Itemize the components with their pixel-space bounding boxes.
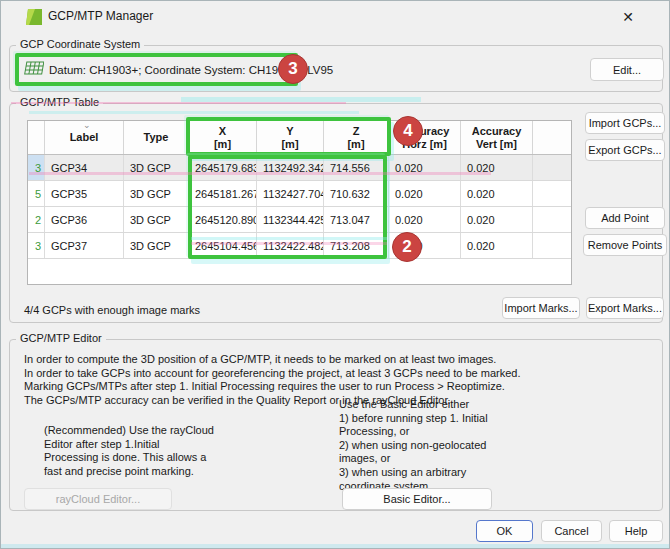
raycloud-description: (Recommended) Use the rayCloud Editor af… [44, 424, 216, 478]
table-row[interactable]: 3 GCP34 3D GCP 2645179.683 1132492.342 7… [28, 155, 571, 181]
marks-status-text: 4/4 GCPs with enough image marks [24, 304, 200, 316]
row-accuracy-horz-cell[interactable]: 0.020 [389, 155, 461, 180]
import-gcps-button[interactable]: Import GCPs... [585, 112, 665, 134]
row-accuracy-vert-cell[interactable]: 0.020 [461, 233, 533, 258]
close-icon[interactable]: ✕ [613, 5, 643, 29]
table-row[interactable]: 3 GCP37 3D GCP 2645104.456 1132422.482 7… [28, 233, 571, 259]
compression-artifact [181, 97, 421, 102]
row-z-cell[interactable]: 714.556 [324, 155, 389, 180]
gcp-mtp-manager-dialog: GCP/MTP Manager ✕ GCP Coordinate System … [0, 0, 670, 549]
raycloud-editor-button[interactable]: rayCloud Editor... [24, 488, 172, 510]
row-x-cell[interactable]: 2645120.890 [189, 207, 257, 232]
row-label-cell[interactable]: GCP35 [45, 181, 124, 206]
row-marks-count: 3 [28, 233, 45, 258]
export-gcps-button[interactable]: Export GCPs... [585, 139, 665, 161]
sort-indicator-icon[interactable]: ⌄ [83, 120, 91, 130]
table-row[interactable]: 2 GCP36 3D GCP 2645120.890 1132344.425 7… [28, 207, 571, 233]
header-filler [533, 121, 571, 154]
editor-info-line: In order to compute the 3D position of a… [24, 353, 521, 367]
title-bar: GCP/MTP Manager ✕ [1, 1, 669, 31]
row-marks-count: 2 [28, 207, 45, 232]
row-type-cell[interactable]: 3D GCP [124, 207, 189, 232]
help-button[interactable]: Help [609, 520, 663, 542]
row-x-cell[interactable]: 2645181.267 [189, 181, 257, 206]
basic-editor-description: Use the Basic Editor either 1) before ru… [339, 398, 517, 493]
row-type-cell[interactable]: 3D GCP [124, 233, 189, 258]
row-accuracy-vert-cell[interactable]: 0.020 [461, 207, 533, 232]
grid-icon [24, 61, 44, 76]
row-filler [533, 233, 571, 258]
header-y[interactable]: Y[m] [257, 121, 324, 154]
row-z-cell[interactable]: 713.208 [324, 233, 389, 258]
row-accuracy-vert-cell[interactable]: 0.020 [461, 181, 533, 206]
table-group-label: GCP/MTP Table [16, 96, 103, 108]
header-x[interactable]: X[m] [189, 121, 257, 154]
coordinate-system-group: GCP Coordinate System Datum: CH1903+; Co… [9, 45, 663, 92]
row-accuracy-horz-cell[interactable]: 0.020 [389, 181, 461, 206]
remove-points-button[interactable]: Remove Points [583, 234, 667, 256]
row-accuracy-horz-cell[interactable]: 0.020 [389, 207, 461, 232]
header-type[interactable]: Type [124, 121, 189, 154]
header-accuracy-vert[interactable]: AccuracyVert [m] [461, 121, 533, 154]
row-filler [533, 181, 571, 206]
edit-button[interactable]: Edit... [590, 58, 664, 81]
row-marks-count: 5 [28, 181, 45, 206]
editor-info-line: In order to take GCPs into account for g… [24, 367, 521, 381]
row-z-cell[interactable]: 713.047 [324, 207, 389, 232]
editor-info-line: Marking GCPs/MTPs after step 1. Initial … [24, 380, 521, 394]
table-row[interactable]: 5 GCP35 3D GCP 2645181.267 1132427.704 7… [28, 181, 571, 207]
coordinate-system-group-label: GCP Coordinate System [16, 38, 144, 50]
gcp-table[interactable]: ⌄ Label Type X[m] Y[m] Z[m] AccuracyHorz… [27, 120, 572, 285]
table-group: GCP/MTP Table ⌄ Label Type X[m] Y[m] Z[m… [9, 103, 663, 323]
row-z-cell[interactable]: 710.632 [324, 181, 389, 206]
window-title: GCP/MTP Manager [48, 9, 153, 23]
row-filler [533, 207, 571, 232]
export-marks-button[interactable]: Export Marks... [586, 297, 664, 319]
row-label-cell[interactable]: GCP34 [45, 155, 124, 180]
import-marks-button[interactable]: Import Marks... [502, 297, 580, 319]
app-logo-icon [26, 9, 42, 25]
editor-group-label: GCP/MTP Editor [16, 332, 106, 344]
editor-group: GCP/MTP Editor In order to compute the 3… [9, 339, 663, 511]
row-type-cell[interactable]: 3D GCP [124, 181, 189, 206]
row-y-cell[interactable]: 1132427.704 [257, 181, 324, 206]
row-y-cell[interactable]: 1132492.342 [257, 155, 324, 180]
row-y-cell[interactable]: 1132422.482 [257, 233, 324, 258]
row-label-cell[interactable]: GCP37 [45, 233, 124, 258]
ok-button[interactable]: OK [476, 520, 533, 542]
row-type-cell[interactable]: 3D GCP [124, 155, 189, 180]
header-marks [28, 121, 45, 154]
header-z[interactable]: Z[m] [324, 121, 389, 154]
basic-editor-button[interactable]: Basic Editor... [342, 488, 492, 510]
datum-summary: Datum: CH1903+; Coordinate System: CH190… [49, 64, 333, 76]
add-point-button[interactable]: Add Point [585, 207, 665, 229]
row-y-cell[interactable]: 1132344.425 [257, 207, 324, 232]
table-header-row: Label Type X[m] Y[m] Z[m] AccuracyHorz [… [28, 121, 571, 155]
row-marks-count: 3 [28, 155, 45, 180]
row-x-cell[interactable]: 2645179.683 [189, 155, 257, 180]
row-accuracy-horz-cell[interactable]: 0.020 [389, 233, 461, 258]
row-filler [533, 155, 571, 180]
header-accuracy-horz[interactable]: AccuracyHorz [m] [389, 121, 461, 154]
row-label-cell[interactable]: GCP36 [45, 207, 124, 232]
row-accuracy-vert-cell[interactable]: 0.020 [461, 155, 533, 180]
row-x-cell[interactable]: 2645104.456 [189, 233, 257, 258]
cancel-button[interactable]: Cancel [541, 520, 602, 542]
